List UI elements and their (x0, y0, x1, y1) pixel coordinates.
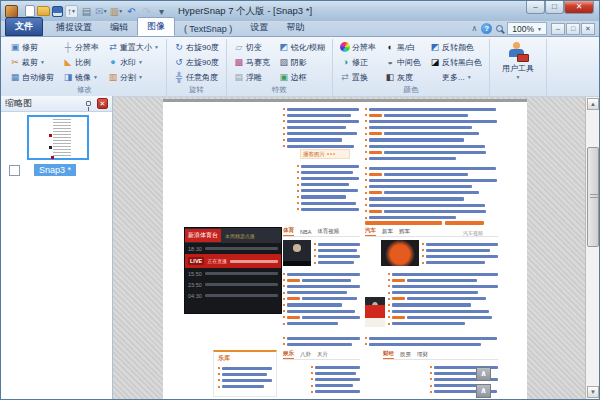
ribbon: ▣修剪▼✂裁剪▼▦自动修剪▼┼分辨率▼◣比例▼◨镜像▼⇄重置大小▼●水印▼▥分割… (1, 37, 599, 96)
text-line (283, 321, 360, 327)
color-resolution-button[interactable]: 分辨率▼ (338, 40, 378, 54)
mosaic-button[interactable]: ▩马赛克▼ (232, 55, 272, 69)
tv-schedule-row[interactable]: 15:50 (185, 268, 281, 279)
child-minimize-button[interactable]: – (551, 23, 565, 35)
tv-schedule-row[interactable]: 04:30 (185, 290, 281, 301)
scale-button[interactable]: ◣比例▼ (61, 55, 101, 69)
shear-button[interactable]: ▱切变▼ (232, 40, 272, 54)
grayscale-button[interactable]: ◧灰度▼ (383, 70, 423, 84)
sports-tv-subtitle[interactable]: 本周精选点播 (225, 233, 255, 239)
invert-colors-button[interactable]: ◩反转颜色▼ (428, 40, 484, 54)
mirror-icon: ◨ (63, 72, 73, 82)
invert-black-white-button[interactable]: ◪反转黑白色▼ (428, 55, 484, 69)
child-window-controls: – □ ✕ (551, 23, 595, 35)
child-close-button[interactable]: ✕ (581, 23, 595, 35)
qat-customize-button[interactable]: ▾▼ (155, 5, 168, 18)
split-icon: ▥ (108, 72, 118, 82)
scrollbar-thumb[interactable] (587, 147, 599, 247)
group-label-color: 颜色 (338, 85, 484, 96)
redo-button[interactable]: ↷▼ (140, 5, 153, 18)
thumbnail-checkbox[interactable] (9, 165, 20, 176)
more-colors-button[interactable]: 更多...▼ (428, 70, 484, 84)
text-line (422, 260, 498, 266)
app-icon[interactable]: ▼ (5, 5, 18, 18)
zoom-level-value: 100% (512, 24, 534, 34)
undo-button[interactable]: ↶▼ (125, 5, 138, 18)
news-list (283, 271, 360, 327)
replace-color-button[interactable]: ⇄置换▼ (338, 70, 378, 84)
rotate-left-90-button[interactable]: ↺左旋90度▼ (172, 55, 221, 69)
tab-help[interactable]: 帮助 (277, 19, 313, 36)
scroll-up-icon[interactable]: ▲ (587, 98, 599, 110)
crop-button[interactable]: ✂裁剪▼ (8, 55, 56, 69)
sports-video-thumbnail[interactable] (283, 240, 311, 266)
send-email-button[interactable]: ✉▼ (95, 5, 108, 18)
collapse-ribbon-icon[interactable]: ∧ (471, 24, 477, 33)
back-to-top-button[interactable]: ∧ (476, 367, 491, 381)
help-icon[interactable]: ? (481, 23, 492, 34)
tv-schedule-row[interactable]: 23:50 (185, 279, 281, 290)
tab-edit[interactable]: 编辑 (101, 19, 137, 36)
resolution-button[interactable]: ┼分辨率▼ (61, 40, 101, 54)
print-button[interactable]: ▤▼ (80, 5, 93, 18)
child-restore-button[interactable]: □ (566, 23, 580, 35)
entertainment-tabs: 娱乐八卦天片 (283, 350, 360, 360)
split-button[interactable]: ▥分割▼ (106, 70, 161, 84)
tab-image[interactable]: 图像 (137, 17, 175, 36)
emboss-button[interactable]: ▤浮雕▼ (232, 70, 272, 84)
paste-button[interactable]: ▥▼ (110, 5, 123, 18)
magnifier-icon[interactable] (496, 25, 503, 32)
maximize-button[interactable]: □ (545, 1, 564, 14)
frame-button[interactable]: ▣边框▼ (277, 70, 327, 84)
auto-more-link[interactable]: 汽车视频 (463, 230, 483, 236)
tv-schedule-row[interactable]: 18:30 (185, 243, 281, 254)
new-file-button[interactable]: ▼ (25, 5, 35, 17)
black-white-button[interactable]: ◐黑/白▼ (383, 40, 423, 54)
save-button[interactable]: ▼ (52, 6, 63, 17)
rotate-left-icon: ↺ (174, 57, 184, 67)
dropdown-arrow-icon: ▼ (467, 74, 472, 80)
tv-schedule-row[interactable]: LIVE正在直播 (185, 254, 281, 268)
color-correct-button[interactable]: ◑修正▼ (338, 55, 378, 69)
news-list (365, 165, 497, 221)
vertical-scrollbar[interactable]: ▲ ▼ (585, 97, 599, 399)
scroll-down-icon[interactable]: ▼ (587, 386, 599, 398)
mirror-button[interactable]: ◨镜像▼ (61, 70, 101, 84)
watermark-icon: ● (108, 57, 118, 67)
tab-capture-settings[interactable]: 捕捉设置 (47, 19, 101, 36)
trim-button[interactable]: ▣修剪▼ (8, 40, 56, 54)
zoom-level-control[interactable]: 100%▼ (507, 22, 547, 35)
minimize-button[interactable]: – (526, 1, 545, 14)
ribbon-tabs: 文件捕捉设置编辑图像( TextSnap )设置帮助 (5, 17, 313, 36)
capture-button[interactable]: ↑▼ (65, 5, 78, 18)
resize-button[interactable]: ⇄重置大小▼ (106, 40, 161, 54)
tab-textsnap[interactable]: ( TextSnap ) (175, 22, 241, 36)
watermark-button[interactable]: ●水印▼ (106, 55, 161, 69)
pin-icon[interactable] (86, 101, 91, 106)
car-photo-thumbnail[interactable] (381, 240, 419, 266)
open-file-button[interactable]: ▼ (37, 6, 50, 16)
halftone-button[interactable]: ◒中间色▼ (383, 55, 423, 69)
shadow-button[interactable]: ▨阴影▼ (277, 55, 327, 69)
back-to-top-button[interactable]: ∧ (476, 384, 491, 398)
tab-settings[interactable]: 设置 (241, 19, 277, 36)
tab-file[interactable]: 文件 (5, 17, 43, 36)
panel-close-icon[interactable]: ✕ (97, 98, 108, 109)
canvas[interactable]: 播客图片 新浪体育台 本周精选点播 18:30LIVE正在直播15:5023:5… (113, 96, 599, 399)
snap-item-label[interactable]: Snap3 * (34, 164, 76, 176)
ribbon-group-effects: ▱切变▼▩马赛克▼▤浮雕▼◩锐化/模糊▼▨阴影▼▣边框▼ 特效 (227, 39, 333, 96)
hypersnap-window: ▼▼▼▼↑▼▤▼✉▼▥▼↶▼↷▼▾▼ HyperSnap 7 个人版 - [Sn… (0, 0, 600, 400)
music-module-title[interactable]: 乐库 (218, 354, 272, 363)
pager-widget[interactable]: 播客图片 (300, 149, 350, 159)
close-button[interactable]: ✕ (564, 1, 594, 14)
rotate-right-90-button[interactable]: ↻右旋90度▼ (172, 40, 221, 54)
sharpen-blur-button[interactable]: ◩锐化/模糊▼ (277, 40, 327, 54)
promo-thumbnail[interactable] (365, 305, 385, 327)
rotate-any-angle-button[interactable]: ╬任意角度▼ (172, 70, 221, 84)
dropdown-arrow-icon: ▼ (103, 5, 108, 18)
snap-thumbnail[interactable] (27, 115, 89, 160)
user-tools-button[interactable]: 用户工具 ▼ (495, 40, 541, 80)
auto-trim-button[interactable]: ▦自动修剪▼ (8, 70, 56, 84)
text-line (365, 156, 497, 162)
user-tools-icon (507, 42, 529, 62)
